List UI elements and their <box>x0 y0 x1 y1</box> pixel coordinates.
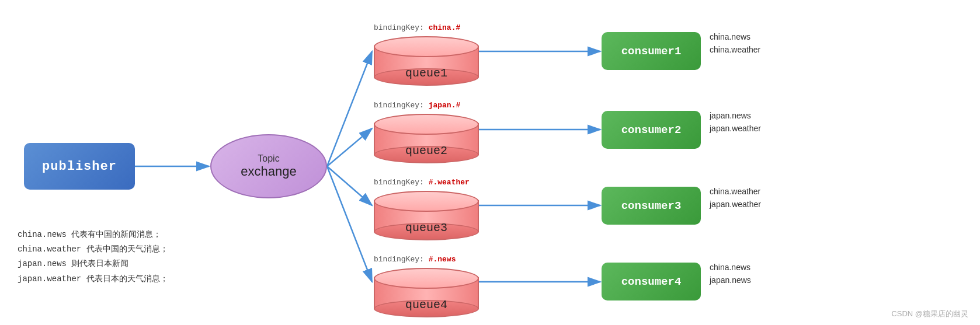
queue1-label: queue1 <box>374 67 479 80</box>
queue4-binding-key: bindingKey: #.news <box>374 255 482 264</box>
diagram-container: publisher Topic exchange bindingKey: chi… <box>0 0 980 325</box>
svg-line-5 <box>327 166 372 282</box>
queue3-wrapper: bindingKey: #.weather queue3 <box>374 178 482 242</box>
note-1: china.news 代表有中国的新闻消息； <box>18 228 168 242</box>
queue2-wrapper: bindingKey: japan.# queue2 <box>374 101 482 165</box>
svg-line-4 <box>327 166 372 205</box>
consumer1-box: consumer1 <box>602 32 701 70</box>
consumer3-routes: china.weatherjapan.weather <box>710 185 761 211</box>
exchange-container: Topic exchange <box>210 134 327 198</box>
consumer2-routes: japan.newsjapan.weather <box>710 109 761 135</box>
publisher-box: publisher <box>24 143 135 190</box>
queue2-binding-key: bindingKey: japan.# <box>374 101 482 110</box>
note-3: japan.news 则代表日本新闻 <box>18 257 168 271</box>
queue1-cylinder: queue1 <box>374 36 479 86</box>
svg-line-2 <box>327 51 372 166</box>
note-2: china.weather 代表中国的天气消息； <box>18 242 168 257</box>
consumer3-box: consumer3 <box>602 187 701 225</box>
consumer2-label: consumer2 <box>621 124 682 137</box>
queue2-cylinder: queue2 <box>374 114 479 163</box>
queue3-binding-key: bindingKey: #.weather <box>374 178 482 187</box>
queue1-wrapper: bindingKey: china.# queue1 <box>374 23 482 88</box>
queue4-label: queue4 <box>374 298 479 312</box>
note-4: japan.weather 代表日本的天气消息； <box>18 272 168 286</box>
consumer2-box: consumer2 <box>602 111 701 149</box>
consumer4-routes: china.newsjapan.news <box>710 261 751 287</box>
svg-line-3 <box>327 128 372 166</box>
consumer4-label: consumer4 <box>621 275 682 288</box>
publisher-label: publisher <box>42 159 117 174</box>
consumer1-routes: china.newschina.weather <box>710 30 760 57</box>
queue2-label: queue2 <box>374 144 479 158</box>
exchange-label-bottom: exchange <box>241 164 296 179</box>
exchange-label-top: Topic <box>258 153 279 164</box>
consumer4-box: consumer4 <box>602 263 701 300</box>
queue4-cylinder: queue4 <box>374 268 479 317</box>
bottom-notes: china.news 代表有中国的新闻消息； china.weather 代表中… <box>18 228 168 286</box>
consumer3-label: consumer3 <box>621 200 682 212</box>
consumer1-label: consumer1 <box>621 45 682 58</box>
queue3-label: queue3 <box>374 221 479 235</box>
queue4-wrapper: bindingKey: #.news queue4 <box>374 255 482 319</box>
watermark: CSDN @糖果店的幽灵 <box>891 309 968 319</box>
queue1-binding-key: bindingKey: china.# <box>374 23 482 32</box>
exchange-ellipse: Topic exchange <box>210 134 327 198</box>
queue3-cylinder: queue3 <box>374 191 479 240</box>
